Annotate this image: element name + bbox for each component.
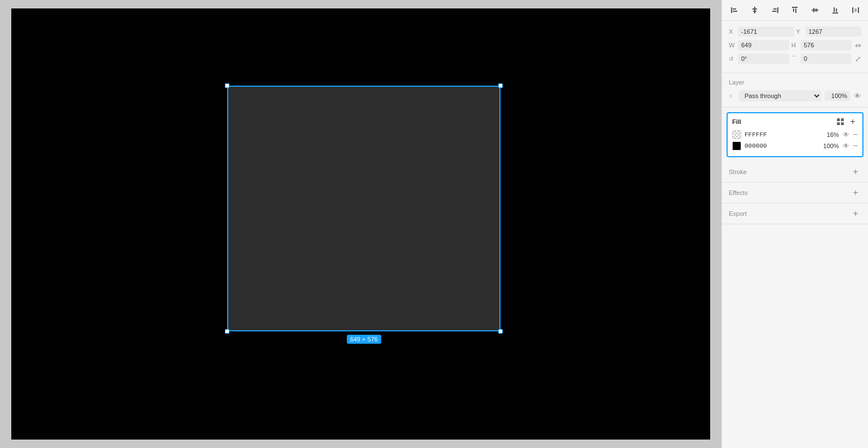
svg-rect-4 [752,8,757,10]
svg-rect-20 [854,8,857,12]
align-top-button[interactable] [788,3,801,17]
align-top-icon [791,6,799,14]
handle-top-left[interactable] [225,83,229,88]
blend-mode-circle-icon: ○ [729,92,736,99]
rotation-corner-row: ↺ ⌒ ⤢ [729,54,861,64]
fill-color-label-1: 000000 [745,143,818,149]
rotation-input[interactable] [738,54,789,64]
svg-rect-21 [837,118,840,121]
svg-rect-3 [754,7,755,14]
y-label: Y [796,28,803,35]
effects-add-button[interactable]: + [850,187,861,198]
layer-visibility-icon[interactable]: 👁 [854,92,861,100]
svg-rect-16 [834,7,835,12]
fill-remove-button-0[interactable]: − [853,130,858,139]
align-center-h-icon [751,6,759,14]
handle-bottom-right[interactable] [498,329,503,334]
w-input[interactable] [738,40,789,50]
svg-rect-24 [841,122,844,125]
fill-color-label-0: FFFFFF [745,131,818,138]
fill-section: Fill + FFFFFF 16% 👁 − [727,112,863,157]
layer-row: ○ Pass through Normal Multiply Screen Ov… [729,90,861,101]
export-add-button[interactable]: + [850,208,861,219]
align-center-v-button[interactable] [808,3,822,17]
effects-title: Effects [729,189,747,196]
stroke-title: Stroke [729,168,747,175]
fill-color-preview-1[interactable] [732,141,741,150]
svg-rect-18 [852,7,853,13]
rotation-label: ↺ [729,56,736,62]
svg-rect-22 [841,118,844,121]
selected-rect[interactable]: 649 × 576 [227,86,501,331]
fill-item-0: FFFFFF 16% 👁 − [732,130,858,139]
fill-actions: + [835,117,858,127]
svg-rect-1 [733,8,736,10]
canvas-frame: 649 × 576 [11,8,710,440]
svg-rect-14 [816,8,817,12]
wh-row: W H ⇔ [729,40,861,50]
svg-rect-11 [795,8,796,13]
canvas-area: 649 × 576 [0,0,721,448]
align-right-icon [771,6,779,14]
svg-rect-17 [836,8,837,12]
align-toolbar [722,0,868,21]
stroke-add-button[interactable]: + [850,166,861,178]
fill-remove-button-1[interactable]: − [853,141,858,150]
fill-color-preview-0[interactable] [732,130,741,139]
fill-header: Fill + [732,117,858,127]
corner-label: ⌒ [791,55,798,63]
svg-rect-19 [858,7,859,13]
align-left-button[interactable] [728,3,741,17]
align-center-v-icon [811,6,819,14]
svg-rect-6 [777,7,778,13]
fill-grid-icon[interactable] [835,117,845,127]
svg-rect-10 [793,8,794,12]
align-right-button[interactable] [768,3,782,17]
svg-rect-8 [772,11,777,12]
corner-options-icon[interactable]: ⤢ [855,55,861,63]
selection-border [227,86,501,331]
blend-mode-select[interactable]: Pass through Normal Multiply Screen Over… [739,90,821,101]
h-label: H [791,42,798,48]
layer-section: Layer ○ Pass through Normal Multiply Scr… [722,73,868,108]
x-label: X [729,28,736,35]
fill-item-1: 000000 100% 👁 − [732,141,858,150]
stroke-section: Stroke + [722,162,868,183]
fill-opacity-label-1: 100% [821,143,839,149]
layer-title: Layer [729,79,861,86]
fill-opacity-label-0: 16% [821,131,839,138]
layer-opacity-input[interactable] [825,91,851,101]
properties-section: X Y W H ⇔ ↺ ⌒ ⤢ [722,21,868,73]
distribute-h-icon [852,6,860,14]
export-title: Export [729,210,747,217]
w-label: W [729,42,736,48]
align-left-icon [730,6,738,14]
svg-rect-5 [753,11,756,12]
fill-add-button[interactable]: + [848,117,858,127]
distribute-h-button[interactable] [849,3,862,17]
svg-rect-2 [733,11,737,12]
right-panel: X Y W H ⇔ ↺ ⌒ ⤢ Layer ○ Pass through Nor… [721,0,868,448]
xy-row: X Y [729,26,861,37]
corner-radius-input[interactable] [800,54,852,64]
svg-rect-0 [731,7,732,13]
align-center-h-button[interactable] [748,3,761,17]
selected-element-wrapper[interactable]: 649 × 576 [227,86,501,331]
handle-top-right[interactable] [498,83,503,88]
align-bottom-icon [831,6,839,14]
fill-title: Fill [732,118,741,125]
fill-visibility-icon-0[interactable]: 👁 [843,131,849,139]
x-input[interactable] [738,26,794,37]
h-input[interactable] [800,40,852,50]
svg-rect-9 [792,7,798,8]
svg-rect-12 [812,10,818,11]
effects-section: Effects + [722,183,868,203]
y-input[interactable] [805,26,862,37]
constrain-proportions-icon[interactable]: ⇔ [855,41,861,50]
dimension-tooltip: 649 × 576 [347,335,381,344]
align-bottom-button[interactable] [829,3,842,17]
fill-visibility-icon-1[interactable]: 👁 [843,142,849,150]
svg-rect-15 [832,12,838,14]
handle-bottom-left[interactable] [225,329,229,334]
export-section: Export + [722,203,868,224]
